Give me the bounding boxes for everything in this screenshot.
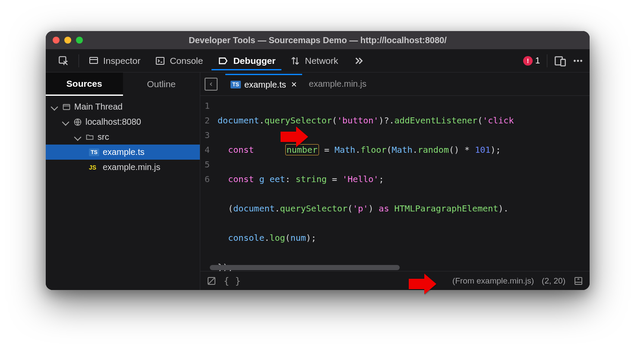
svg-rect-4 [561,59,565,66]
toggle-left-pane-button[interactable] [205,78,218,91]
folder-icon [85,133,94,142]
sidebar: Sources Outline Main Thread localhost:80… [46,72,200,290]
pretty-print-button[interactable]: { } [224,275,241,286]
code-line: document.querySelector('button')?.addEve… [218,113,590,128]
tree-file-example-min-js[interactable]: JS example.min.js [46,160,200,175]
debugger-label: Debugger [233,56,275,66]
type-highlight: number [285,144,319,155]
code-line: const num: number = Math.floor(Math.rand… [218,142,590,157]
tree-label: localhost:8080 [85,117,141,127]
inspector-label: Inspector [103,56,140,66]
blackbox-icon[interactable] [206,276,217,286]
line-gutter: 123456 [200,96,216,271]
tree-file-example-ts[interactable]: TS example.ts [46,145,200,160]
source-tree: Main Thread localhost:8080 src TS exampl… [46,96,200,178]
editor-tab-label: example.min.js [309,79,366,89]
code-lines: document.querySelector('button')?.addEve… [216,96,590,271]
devtools-window: Developer Tools — Sourcemaps Demo — http… [46,31,590,290]
window-title: Developer Tools — Sourcemaps Demo — http… [46,35,590,45]
tree-folder-src[interactable]: src [46,129,200,145]
status-bar: { } (From example.min.js) (2, 20) [200,271,590,290]
code-line: const greet: string = 'Hello'; [218,172,590,186]
editor-tab-background[interactable]: example.min.js [304,76,372,91]
editor-tab-active[interactable]: TS example.ts × [225,74,302,93]
inspector-icon [88,56,99,66]
code-editor[interactable]: 123456 document.querySelector('button')?… [200,96,590,271]
sidebar-tabs: Sources Outline [46,72,200,96]
responsive-design-button[interactable] [554,55,566,67]
chevron-down-icon [74,133,82,141]
svg-point-5 [574,60,576,62]
ts-file-icon: TS [89,148,99,156]
tab-outline-label: Outline [147,79,176,89]
network-icon [290,56,300,66]
tree-label: src [98,132,109,142]
svg-rect-8 [63,104,70,110]
meatballs-menu-icon[interactable] [572,55,584,66]
error-count: 1 [535,56,540,66]
js-file-icon: JS [89,164,99,171]
tree-host[interactable]: localhost:8080 [46,114,200,129]
svg-rect-1 [90,57,98,63]
separator [547,54,547,67]
toolbar: Inspector Console Debugger Network [46,49,590,72]
separator [79,54,79,67]
network-tab[interactable]: Network [284,52,344,69]
toggle-bottom-pane-icon[interactable] [573,276,584,286]
chevron-down-icon [51,103,58,110]
element-picker-button[interactable] [52,52,75,70]
chevron-down-icon [62,118,69,126]
close-tab-icon[interactable]: × [291,79,297,90]
svg-rect-2 [156,57,164,64]
sourcemap-origin: (From example.min.js) [452,276,534,286]
editor-tabs: TS example.ts × example.min.js [200,72,590,96]
editor-tab-label: example.ts [244,80,286,90]
titlebar: Developer Tools — Sourcemaps Demo — http… [46,31,590,49]
window-icon [62,103,71,111]
chevron-double-right-icon [353,55,364,66]
svg-point-6 [577,60,579,62]
cursor-position: (2, 20) [542,276,565,286]
debugger-icon [218,55,229,66]
active-tab-underline [212,69,281,70]
content: Sources Outline Main Thread localhost:80… [46,72,590,290]
minimize-icon[interactable] [64,37,71,44]
close-icon[interactable] [53,37,60,44]
inspector-tab[interactable]: Inspector [82,52,146,69]
console-tab[interactable]: Console [149,52,209,69]
tree-label: example.ts [103,147,145,157]
code-line: console.log(num); [218,230,590,245]
traffic-lights [53,37,83,44]
horizontal-scrollbar[interactable] [210,265,400,270]
error-icon: ! [523,56,533,66]
element-picker-icon [58,55,69,66]
console-icon [155,56,165,66]
error-badge[interactable]: ! 1 [523,56,540,66]
overflow-tabs-button[interactable] [347,52,370,70]
globe-icon [73,118,82,126]
tree-label: Main Thread [74,102,123,112]
maximize-icon[interactable] [76,37,83,44]
console-label: Console [170,56,203,66]
tab-sources[interactable]: Sources [46,72,123,96]
tree-label: example.min.js [103,162,160,172]
debugger-tab[interactable]: Debugger [212,52,281,70]
ts-file-icon: TS [230,81,241,88]
editor-area: TS example.ts × example.min.js 123456 do… [200,72,590,290]
tab-outline[interactable]: Outline [123,72,200,96]
tree-main-thread[interactable]: Main Thread [46,99,200,114]
code-line: (document.querySelector('p') as HTMLPara… [218,201,590,216]
network-label: Network [305,56,338,66]
tab-sources-label: Sources [66,79,102,89]
svg-point-7 [580,60,582,62]
